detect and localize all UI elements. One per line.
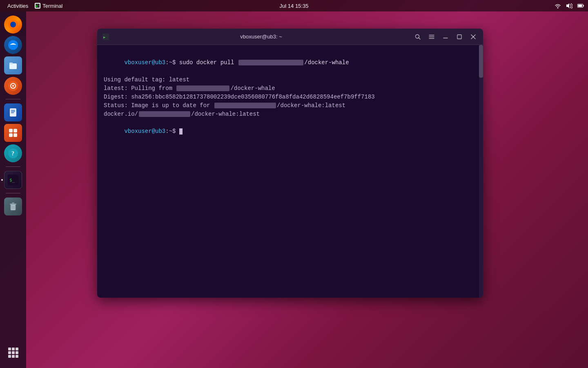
scrollbar-thumb[interactable] — [479, 45, 483, 78]
svg-rect-16 — [11, 110, 15, 111]
apps-grid-icon — [8, 348, 18, 358]
grid-dot — [8, 351, 11, 354]
terminal-line-status: Status: Image is up to date for /docker-… — [104, 101, 477, 110]
terminal-minimize-button[interactable] — [440, 31, 451, 43]
svg-text:$_: $_ — [9, 177, 15, 183]
activities-button[interactable]: Activities — [4, 2, 31, 10]
svg-rect-41 — [457, 35, 461, 39]
grid-dot — [16, 355, 18, 358]
topbar-app-name: Terminal — [42, 3, 62, 9]
dock-icon-thunderbird[interactable] — [4, 36, 22, 54]
topbar-datetime[interactable]: Jul 14 15:35 — [280, 3, 309, 9]
svg-point-14 — [12, 85, 14, 87]
svg-rect-17 — [11, 111, 15, 112]
terminal-maximize-button[interactable] — [454, 31, 465, 43]
dock-separator-2 — [6, 166, 20, 167]
dock-separator-3 — [6, 193, 20, 193]
terminal-body[interactable]: vboxuser@ub3:~$ sudo docker pull /docker… — [97, 45, 483, 298]
svg-point-2 — [557, 7, 559, 9]
svg-rect-18 — [11, 112, 14, 113]
topbar: Activities ▶ Terminal Jul 14 15:35 — [0, 0, 588, 11]
svg-point-9 — [8, 40, 18, 50]
svg-rect-10 — [9, 63, 17, 69]
dock-icon-help[interactable]: ? — [4, 144, 22, 162]
grid-dot — [16, 348, 18, 350]
terminal-line-pulling: latest: Pulling from /docker-whale — [104, 84, 477, 93]
grid-dot — [16, 351, 18, 354]
redacted-registry-1 — [238, 60, 304, 65]
dock-separator-1 — [6, 99, 20, 99]
terminal-line-tag: Using default tag: latest — [104, 76, 477, 84]
battery-icon[interactable] — [577, 2, 584, 9]
svg-rect-5 — [583, 5, 584, 7]
grid-dot — [12, 351, 15, 354]
terminal-titlebar: ▶ vboxuser@ub3: ~ — [97, 29, 483, 45]
dock-icon-libreoffice[interactable] — [4, 103, 22, 121]
prompt-user-2: vboxuser@ub3 — [124, 128, 165, 135]
topbar-right — [555, 2, 584, 9]
dock-icon-rhythmbox[interactable] — [4, 77, 22, 95]
prompt-separator-2: :~$ — [165, 128, 179, 135]
terminal-scrollbar[interactable] — [479, 45, 483, 298]
cursor — [179, 128, 183, 135]
terminal-topbar-icon: ▶ — [35, 3, 40, 9]
topbar-left: Activities ▶ Terminal — [4, 2, 62, 10]
dock-icon-terminal[interactable]: $_ — [4, 171, 22, 189]
svg-point-8 — [10, 22, 16, 27]
volume-icon[interactable] — [566, 2, 572, 9]
dock-icon-files[interactable] — [4, 56, 22, 74]
prompt-user-1: vboxuser@ub3 — [124, 59, 165, 66]
grid-dot — [12, 355, 15, 358]
terminal-title: vboxuser@ub3: ~ — [114, 34, 409, 40]
grid-dot — [12, 348, 15, 350]
prompt-separator-1: :~$ — [165, 59, 179, 66]
terminal-tab-icon: ▶ — [101, 32, 110, 41]
terminal-line-command: vboxuser@ub3:~$ sudo docker pull /docker… — [104, 50, 477, 76]
svg-rect-21 — [9, 133, 13, 137]
svg-marker-3 — [566, 3, 569, 8]
terminal-line-digest: Digest: sha256:bbc8582b12817378002239dce… — [104, 93, 477, 101]
svg-rect-11 — [9, 63, 13, 64]
redacted-registry-3 — [214, 103, 276, 108]
svg-line-36 — [419, 38, 421, 39]
svg-text:▶: ▶ — [103, 35, 106, 39]
command-text: sudo docker pull — [179, 59, 238, 66]
svg-rect-22 — [13, 133, 17, 137]
dock-icon-appstore[interactable] — [4, 124, 22, 142]
svg-rect-29 — [12, 202, 14, 204]
svg-rect-6 — [578, 4, 582, 7]
terminal-search-button[interactable] — [412, 31, 423, 43]
svg-rect-19 — [9, 129, 13, 132]
grid-dot — [8, 355, 11, 358]
redacted-registry-2 — [176, 85, 229, 91]
show-applications-button[interactable] — [4, 343, 22, 361]
terminal-window: ▶ vboxuser@ub3: ~ — [97, 29, 483, 298]
network-icon[interactable] — [555, 2, 561, 9]
dock-icon-firefox[interactable] — [4, 16, 22, 34]
command-suffix: /docker-whale — [304, 59, 349, 66]
dock: ? $_ — [0, 11, 26, 368]
terminal-line-dockerio: docker.io/ /docker-whale:latest — [104, 110, 477, 119]
terminal-line-prompt2: vboxuser@ub3:~$ — [104, 119, 477, 144]
dock-icon-trash[interactable] — [4, 197, 22, 215]
grid-dot — [8, 348, 11, 350]
topbar-app-indicator: ▶ Terminal — [35, 3, 62, 9]
terminal-controls — [412, 31, 479, 43]
redacted-registry-4 — [139, 111, 190, 117]
svg-text:?: ? — [11, 150, 14, 157]
svg-rect-20 — [13, 129, 17, 132]
terminal-menu-button[interactable] — [426, 31, 437, 43]
terminal-close-button[interactable] — [468, 31, 479, 43]
svg-rect-28 — [10, 204, 16, 205]
